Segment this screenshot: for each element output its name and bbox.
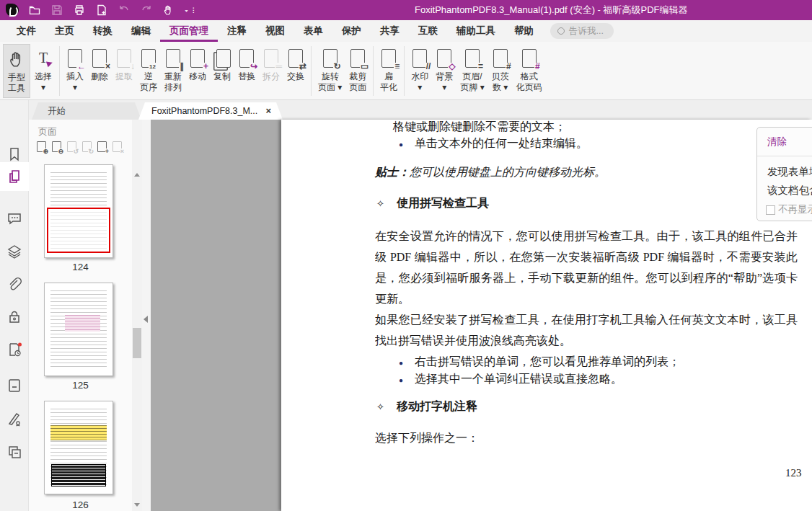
open-folder-icon[interactable] [28, 4, 41, 17]
format-page-numbers-button[interactable]: # 格式化页码 [513, 44, 546, 98]
clear-button[interactable]: 清除 [767, 135, 787, 148]
customize-quick-access-icon[interactable]: ▾ ᎒ [185, 6, 196, 14]
pages-panel-title: 页面 [38, 125, 57, 138]
background-icon: ◇ [437, 45, 451, 71]
thumbnail-page-125[interactable] [44, 283, 113, 376]
tab-protect[interactable]: 保护 [332, 20, 371, 42]
doc-heading-mark: ✧ [376, 197, 384, 210]
hand-pointer-icon[interactable] [162, 4, 175, 17]
doc-heading-mark: ✧ [376, 400, 384, 413]
notification-title: 发现表单域 [767, 165, 812, 179]
rearrange-pages-button[interactable]: ∥ 重新排列 [161, 44, 185, 98]
app-logo-icon[interactable] [6, 4, 19, 17]
notification-message: 该文档包含交互式表单域 [767, 184, 812, 197]
delete-pages-button[interactable]: × 删除 [87, 44, 112, 98]
replace-page-icon: ↪ [239, 45, 254, 71]
tab-organize[interactable]: 页面管理 [160, 20, 218, 42]
thumbnail-highlight-block [50, 425, 107, 440]
save-icon [50, 4, 63, 17]
bookmarks-icon[interactable] [6, 146, 23, 163]
panel-splitter[interactable] [142, 120, 151, 511]
page-number: 123 [785, 467, 802, 479]
tab-form[interactable]: 表单 [294, 20, 332, 42]
checkbox-label: 不再显示 [778, 203, 812, 216]
doc-heading: 移动打字机注释 [397, 399, 477, 414]
scroll-down-icon[interactable] [134, 503, 140, 507]
flatten-button[interactable]: ≡ 扁平化 [376, 44, 401, 98]
select-button[interactable]: T 选择▾ [30, 44, 56, 98]
pages-icon[interactable] [6, 168, 23, 185]
scroll-up-icon[interactable] [134, 173, 140, 177]
thumbnail-page-124[interactable] [44, 164, 113, 258]
doc-line: 在安全设置允许的情况下，您可以使用拼写检查工具。由于，该工具的组件已合并进福昕高 [375, 229, 798, 245]
header-footer-icon: = [465, 45, 480, 71]
attachments-icon[interactable] [6, 276, 23, 293]
connected-review-icon[interactable] [6, 341, 23, 358]
tab-help[interactable]: 帮助 [505, 20, 543, 42]
dont-show-again-checkbox[interactable]: 不再显示 [766, 203, 812, 216]
replace-pages-button[interactable]: ↪ 替换 [234, 44, 259, 98]
tell-me-search[interactable]: 告诉我... [550, 23, 614, 39]
move-pages-button[interactable]: + 移动 [185, 44, 210, 98]
bates-number-icon: # [493, 45, 508, 71]
ribbon-separator [404, 46, 405, 96]
doc-bullet: ● [399, 373, 403, 386]
tab-file[interactable]: 文件 [7, 20, 45, 42]
tab-view[interactable]: 视图 [256, 20, 294, 42]
tab-comment[interactable]: 注释 [218, 20, 256, 42]
duplicate-pages-button[interactable]: 复制 [210, 44, 234, 98]
ribbon-separator [311, 46, 312, 96]
collapse-panel-icon[interactable] [144, 316, 148, 323]
checkbox-icon[interactable] [766, 205, 775, 215]
layers-icon[interactable] [6, 243, 23, 260]
hand-tool-button[interactable]: 手型工具 [3, 44, 30, 98]
tab-accessibility[interactable]: 辅助工具 [447, 20, 505, 42]
tab-home[interactable]: 主页 [45, 20, 84, 42]
scrollbar-thumb[interactable] [133, 328, 141, 358]
bates-numbering-button[interactable]: # 贝茨数 ▾ [488, 44, 513, 98]
document-area: 格键或删除键删除不需要的文本； ● 单击文本外的任何一处结束编辑。 贴士：您可以… [151, 120, 812, 511]
ribbon-separator [373, 46, 374, 96]
watermark-button[interactable]: // 水印▾ [407, 44, 432, 98]
zoom-in-thumbnail-icon[interactable]: ⊕ [37, 141, 46, 152]
signature-icon[interactable] [6, 410, 23, 427]
crop-pages-button[interactable]: ▭ 裁剪页面 [345, 44, 370, 98]
tab-current-document[interactable]: FoxitPhantomPDF8.3_M... × [138, 102, 283, 120]
pages-panel-scrollbar[interactable] [132, 120, 142, 511]
reverse-order-icon: 12 [141, 45, 156, 71]
tab-start-page[interactable]: 开始 [32, 102, 141, 120]
print-icon[interactable] [73, 4, 86, 17]
insert-pages-button[interactable]: ← 插入▾ [63, 44, 87, 98]
doc-line: 级 PDF 编辑器中，所以，在您第一次安装福昕高级 PDF 编辑器时，不需要安装… [375, 250, 798, 266]
background-button[interactable]: ◇ 背景▾ [432, 44, 456, 98]
duplicate-page-icon [213, 45, 231, 71]
rotate-pages-button[interactable]: ↻ 旋转页面 ▾ [314, 44, 345, 98]
comments-icon[interactable] [6, 210, 23, 227]
swap-pages-button[interactable]: ⇄ 交换 [283, 44, 308, 98]
doc-heading: 使用拼写检查工具 [397, 196, 489, 211]
zoom-out-thumbnail-icon[interactable]: ⊖ [52, 141, 61, 152]
thumbnail-page-126[interactable] [44, 401, 113, 494]
tab-connect[interactable]: 互联 [409, 20, 447, 42]
reverse-page-order-button[interactable]: 12 逆页序 [136, 44, 161, 98]
swap-page-icon: ⇄ [288, 45, 303, 71]
crop-page-icon: ▭ [350, 45, 365, 71]
delete-page-tool-icon: × [112, 141, 122, 152]
notification-header: 清除 [757, 128, 812, 156]
tab-convert[interactable]: 转换 [84, 20, 122, 42]
doc-line: 选择下列操作之一： [375, 431, 479, 446]
create-pdf-icon[interactable] [95, 4, 108, 17]
tab-share[interactable]: 共享 [371, 20, 409, 42]
form-fields-icon[interactable] [6, 377, 23, 394]
header-footer-button[interactable]: = 页眉/页脚 ▾ [456, 44, 487, 98]
insert-page-icon: ← [68, 45, 82, 71]
doc-line: 右击拼写错误的单词，您可以看见推荐单词的列表； [415, 355, 680, 370]
thumbnail-label: 125 [29, 380, 132, 391]
tab-edit[interactable]: 编辑 [122, 20, 160, 42]
close-tab-icon[interactable]: × [265, 102, 271, 120]
ribbon-toolbar: 手型工具 T 选择▾ ← 插入▾ × 删除 ↓ 提取 12 逆页序 ∥ 重新排列… [0, 42, 812, 100]
destinations-icon[interactable] [6, 443, 23, 461]
security-icon[interactable] [6, 308, 23, 326]
ribbon-tab-bar: 文件 主页 转换 编辑 页面管理 注释 视图 表单 保护 共享 互联 辅助工具 … [0, 20, 812, 42]
insert-page-tool-icon[interactable]: + [97, 141, 107, 152]
